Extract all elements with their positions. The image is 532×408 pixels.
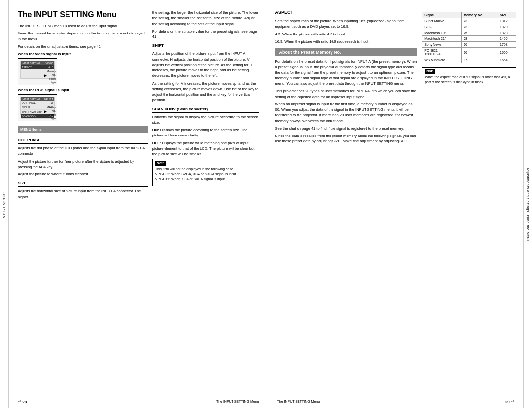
page-container: VPL-CS2/CX1 The INPUT SETTING Menu The I… [0, 0, 532, 408]
left-page-cols: The INPUT SETTING Menu The INPUT SETTING… [18, 10, 259, 202]
pages-wrapper: The INPUT SETTING Menu The INPUT SETTING… [9, 0, 532, 408]
table-cell-0-2: 1312 [498, 18, 516, 24]
screen2-container: INPUT SETTING INPUT A DOT PHASE15 SIZE H… [18, 94, 148, 121]
right-spine-text: Adjustments and Settings Using the Menu [526, 167, 530, 241]
table-row: WS Sunmicro371664 [422, 57, 516, 63]
table-cell-3-2: 1456 [498, 36, 516, 42]
table-cell-2-1: 25 [462, 30, 498, 36]
shift-heading: SHIFT [152, 43, 259, 49]
right-page-footer: The INPUT SETTING Menu 29 GB [268, 397, 524, 404]
preset-text1: For details on the preset data for input… [275, 59, 417, 86]
note-box-left: Note This item will not be displayed in … [152, 159, 259, 186]
table-cell-5-1: 36 [462, 48, 498, 57]
scan-conv-text1: Converts the signal to display the pictu… [152, 114, 259, 126]
table-row: SGI-1231320 [422, 24, 516, 30]
aspect-text2: 4:3: When the picture with ratio 4:3 is … [275, 32, 417, 37]
footer-right-pagenum: 29 GB [505, 399, 514, 404]
dot-phase-heading: DOT PHASE [18, 138, 148, 144]
table-cell-5-0: PC-9821 1280 1024 [422, 48, 462, 57]
scan-conv-on: ON: Displays the picture according to th… [152, 127, 259, 138]
right-page-cols: ASPECT Sets the aspect ratio of the pict… [275, 10, 517, 393]
dot-phase-text3: Adjust the picture to where it looks cle… [18, 171, 148, 177]
size-continued-text2: For details on the suitable value for th… [152, 29, 259, 40]
screen-diagram-2: INPUT SETTING INPUT A DOT PHASE15 SIZE H… [18, 94, 57, 121]
screen2-title: INPUT SETTING INPUT A [21, 97, 54, 101]
table-cell-6-0: WS Sunmicro [422, 57, 462, 63]
note-text-left: This item will not be displayed in the f… [155, 167, 256, 182]
col-size: SIZE [498, 12, 516, 18]
right-spine: Adjustments and Settings Using the Menu [523, 0, 532, 408]
video-signal-label: When the video signal is input [18, 52, 148, 56]
screen1-row1: ASPECT4 : 3 [21, 65, 54, 69]
preset-text4: See the chat on page 41 to find if the s… [275, 126, 417, 131]
table-cell-2-2: 1328 [498, 30, 516, 36]
size-heading: SIZE [18, 181, 148, 187]
rgb-signal-label: When the RGB signal is input [18, 88, 148, 92]
col-memory: Memory No. [462, 12, 498, 18]
screen-diagram-1: INPUT SETTING VIDEO ASPECT4 : 3 Memory N… [18, 58, 57, 85]
screen1-labels: Memory No. Signal type [47, 70, 56, 84]
table-row: PC-9821 1280 1024361600 [422, 48, 516, 57]
note-label-left: Note [155, 161, 166, 166]
table-header-row: Signal Memory No. SIZE [422, 12, 516, 18]
table-cell-0-1: 23 [462, 18, 498, 24]
rp-right: Signal Memory No. SIZE Super Mac-2231312… [422, 10, 516, 393]
shift-text1: Adjusts the position of the picture inpu… [152, 51, 259, 78]
table-cell-4-0: Sony News [422, 42, 462, 48]
table-cell-1-0: SGI-1 [422, 24, 462, 30]
main-title: The INPUT SETTING Menu [18, 10, 148, 19]
note-text-right: When the aspect ratio of input signal is… [425, 75, 513, 85]
note-label-right: Note [425, 69, 435, 74]
right-page: ASPECT Sets the aspect ratio of the pict… [268, 0, 524, 408]
table-cell-0-0: Super Mac-2 [422, 18, 462, 24]
screen1-arrow: ▶ [44, 73, 47, 78]
rp-left: ASPECT Sets the aspect ratio of the pict… [275, 10, 417, 393]
intro-para3: For details on the unadjustable items, s… [18, 44, 148, 49]
aspect-text1: Sets the aspect ratio of the picture. Wh… [275, 18, 417, 30]
right-col: the setting, the larger the horizontal s… [152, 10, 259, 202]
scan-conv-heading: SCAN CONV (Scan converter) [152, 107, 259, 113]
aspect-heading: ASPECT [275, 10, 417, 16]
left-col: The INPUT SETTING Menu The INPUT SETTING… [18, 10, 148, 202]
aspect-text3: 16:9: When the picture with ratio 16:9 (… [275, 39, 417, 44]
preset-heading: About the Preset Memory No. [275, 48, 417, 56]
left-spine: VPL-CS2/CX1 [0, 0, 9, 408]
size-text1: Adjusts the horizontal size of picture i… [18, 188, 148, 200]
table-row: Sony News361708 [422, 42, 516, 48]
intro-para2: Items that cannot be adjusted depending … [18, 31, 148, 42]
menu-items-bar: MENU Items [18, 126, 148, 133]
left-page-footer: GB 28 The INPUT SETTING Menu [9, 397, 268, 404]
scan-conv-off: OFF: Displays the picture while matching… [152, 140, 259, 157]
size-continued-text: the setting, the larger the horizontal s… [152, 10, 259, 27]
footer-left-title: The INPUT SETTING Menu [216, 400, 259, 403]
preset-table: Signal Memory No. SIZE Super Mac-2231312… [422, 12, 516, 63]
preset-text2: This projector has 20 types of user memo… [275, 88, 417, 100]
table-cell-5-2: 1600 [498, 48, 516, 57]
table-cell-4-2: 1708 [498, 42, 516, 48]
footer-right-title: The INPUT SETTING Menu [277, 400, 320, 403]
table-row: Macintosh 21"281456 [422, 36, 516, 42]
table-cell-2-0: Macintosh 19" [422, 30, 462, 36]
col-signal: Signal [422, 12, 462, 18]
table-cell-4-1: 36 [462, 42, 498, 48]
preset-text3: When an unpreset signal is input for the… [275, 102, 417, 124]
preset-text5: Since the data is recalled from the pres… [275, 133, 417, 144]
shift-text2: As the setting for V increases, the pict… [152, 81, 259, 103]
table-row: Macintosh 19"251328 [422, 30, 516, 36]
note-box-right: Note When the aspect ratio of input sign… [422, 67, 516, 88]
footer-left-pagenum: GB 28 [18, 399, 27, 404]
table-cell-6-2: 1664 [498, 57, 516, 63]
screen2-arrow: ▶ [44, 109, 47, 114]
dot-phase-text1: Adjusts the dot phase of the LCD panel a… [18, 145, 148, 157]
table-cell-1-1: 23 [462, 24, 498, 30]
screen1-title: INPUT SETTING VIDEO [21, 61, 54, 65]
table-body: Super Mac-2231312SGI-1231320Macintosh 19… [422, 18, 516, 63]
intro-para1: The INPUT SETTING menu is used to adjust… [18, 23, 148, 29]
table-cell-1-2: 1320 [498, 24, 516, 30]
screen2-row1: DOT PHASE15 [21, 101, 54, 105]
table-row: Super Mac-2231312 [422, 18, 516, 24]
screen2-labels: Memory No. Signal type [47, 106, 56, 120]
screen1-container: INPUT SETTING VIDEO ASPECT4 : 3 Memory N… [18, 58, 148, 85]
table-cell-3-0: Macintosh 21" [422, 36, 462, 42]
spine-label-text: VPL-CS2/CX1 [2, 190, 6, 218]
